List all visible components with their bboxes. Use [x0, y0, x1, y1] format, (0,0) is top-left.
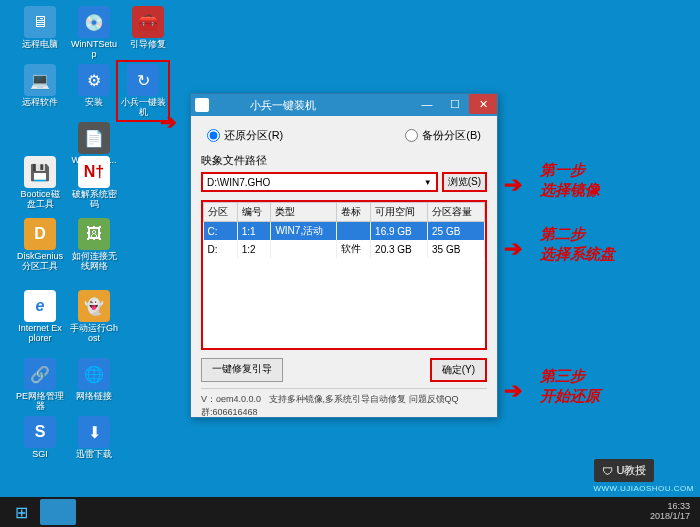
disc-icon: 💿: [84, 13, 104, 32]
desktop-icon[interactable]: N†破解系统密码: [70, 156, 118, 210]
minimize-button[interactable]: —: [413, 94, 441, 114]
computer-icon: 🖥: [32, 13, 48, 31]
globe-icon: 🌐: [84, 365, 104, 384]
maximize-button[interactable]: ☐: [441, 94, 469, 114]
annotation-step3: 第三步开始还原: [540, 366, 600, 405]
sgi-icon: S: [35, 423, 46, 441]
taskbar-app-button[interactable]: [40, 499, 76, 525]
status-bar: V：oem4.0.0.0 支持多种镜像,多系统引导自动修复 问题反馈QQ群:60…: [201, 388, 487, 419]
watermark: 🛡U教授 WWW.UJIAOSHOU.COM: [594, 459, 695, 493]
image-icon: 🖼: [86, 225, 102, 243]
desktop-icon[interactable]: eInternet Explorer: [16, 290, 64, 344]
col-partition[interactable]: 分区: [204, 203, 238, 222]
taskbar: ⊞ 16:33 2018/1/17: [0, 497, 700, 527]
col-number[interactable]: 编号: [237, 203, 271, 222]
gear-icon: ⚙: [87, 71, 101, 90]
system-tray[interactable]: 16:33 2018/1/17: [650, 502, 696, 522]
window-title: 小兵一键装机: [213, 98, 413, 113]
toolbox-icon: 🧰: [138, 13, 158, 32]
desktop-icon[interactable]: 🌐网络链接: [70, 358, 118, 402]
table-row[interactable]: C:1:1WIN7,活动16.9 GB25 GB: [204, 222, 485, 241]
start-button[interactable]: ⊞: [4, 499, 38, 525]
partition-table[interactable]: 分区 编号 类型 卷标 可用空间 分区容量 C:1:1WIN7,活动16.9 G…: [201, 200, 487, 350]
chevron-down-icon: ▼: [424, 178, 432, 187]
col-capacity[interactable]: 分区容量: [428, 203, 485, 222]
pointer-arrow-icon: ➔: [160, 110, 177, 134]
diskgenius-icon: D: [34, 225, 46, 243]
arrow-icon: ➔: [504, 172, 522, 198]
close-button[interactable]: ✕: [469, 94, 497, 114]
col-free[interactable]: 可用空间: [371, 203, 428, 222]
col-volume[interactable]: 卷标: [337, 203, 371, 222]
path-label: 映象文件路径: [201, 153, 487, 168]
ie-icon: e: [36, 297, 45, 315]
remote-icon: 💻: [30, 71, 50, 90]
desktop-icon[interactable]: 💻远程软件: [16, 64, 64, 108]
desktop-icon[interactable]: 💿WinNTSetup: [70, 6, 118, 60]
backup-radio[interactable]: 备份分区(B): [405, 128, 481, 143]
arrow-icon: ➔: [504, 236, 522, 262]
desktop-icon[interactable]: ⬇迅雷下载: [70, 416, 118, 460]
desktop-icon[interactable]: 🖼如何连接无线网络: [70, 218, 118, 272]
desktop-icon[interactable]: 👻手动运行Ghost: [70, 290, 118, 344]
image-path-value: D:\WIN7.GHO: [207, 177, 270, 188]
ok-button[interactable]: 确定(Y): [430, 358, 487, 382]
desktop-icon[interactable]: DDiskGenius分区工具: [16, 218, 64, 272]
titlebar[interactable]: 小兵一键装机 — ☐ ✕: [191, 94, 497, 116]
installer-window: 小兵一键装机 — ☐ ✕ 还原分区(R) 备份分区(B) 映象文件路径 D:\W…: [190, 93, 498, 418]
annotation-step2: 第二步选择系统盘: [540, 224, 615, 263]
image-path-combo[interactable]: D:\WIN7.GHO ▼: [201, 172, 438, 192]
nt-icon: N†: [84, 163, 104, 181]
logo-icon: 🛡: [602, 465, 613, 477]
ghost-icon: 👻: [84, 297, 104, 316]
repair-boot-button[interactable]: 一键修复引导: [201, 358, 283, 382]
desktop-icon[interactable]: SSGI: [16, 416, 64, 460]
desktop-icon[interactable]: 🧰引导修复: [124, 6, 172, 50]
desktop-icon[interactable]: 🖥远程电脑: [16, 6, 64, 50]
download-icon: ⬇: [88, 423, 101, 442]
desktop-icon[interactable]: 🔗PE网络管理器: [16, 358, 64, 412]
restore-radio[interactable]: 还原分区(R): [207, 128, 283, 143]
file-icon: 📄: [84, 129, 104, 148]
disk-icon: 💾: [30, 163, 50, 182]
col-type[interactable]: 类型: [271, 203, 337, 222]
arrow-icon: ➔: [504, 378, 522, 404]
annotation-step1: 第一步选择镜像: [540, 160, 600, 199]
desktop-icon[interactable]: ⚙安装: [70, 64, 118, 108]
browse-button[interactable]: 浏览(S): [442, 172, 487, 192]
network-icon: 🔗: [30, 365, 50, 384]
reload-icon: ↻: [137, 71, 150, 90]
desktop-icon[interactable]: 💾Bootice磁盘工具: [16, 156, 64, 210]
app-icon: [195, 98, 209, 112]
table-row[interactable]: D:1:2软件20.3 GB35 GB: [204, 240, 485, 258]
